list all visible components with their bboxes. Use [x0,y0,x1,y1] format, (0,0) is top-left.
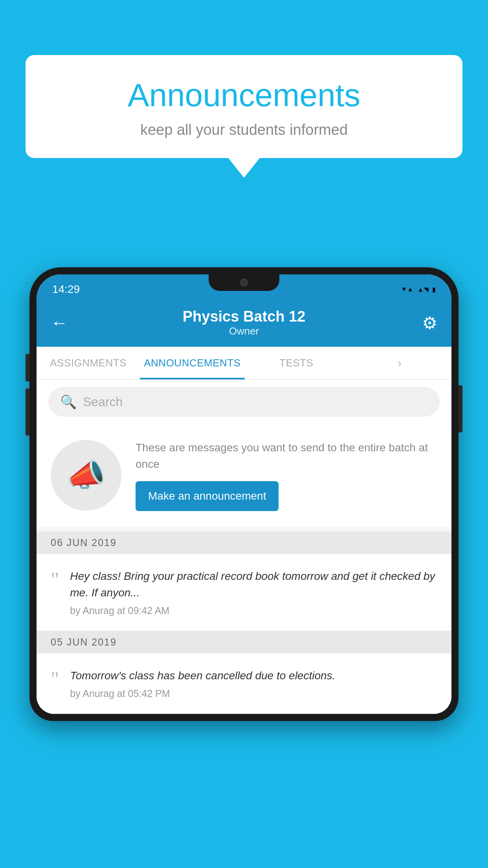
quote-icon-2: " [51,669,59,690]
search-bar[interactable]: 🔍 Search [48,387,440,417]
speech-bubble-card: Announcements keep all your students inf… [26,55,462,158]
tab-announcements[interactable]: ANNOUNCEMENTS [140,347,244,379]
announcement-author-2: by Anurag at 05:42 PM [70,688,437,699]
announcement-item-2[interactable]: " Tomorrow's class has been cancelled du… [37,653,451,714]
app-bar-center: Physics Batch 12 Owner [74,308,414,337]
batch-title: Physics Batch 12 [74,308,414,325]
phone-body: 14:29 ▼▲ ▲◥ ▮ ← Physics Batch 12 Owner ⚙… [29,267,459,721]
batch-subtitle: Owner [74,325,414,337]
content-area: 🔍 Search 📣 These are messages you want t… [37,380,451,714]
announcement-empty-state: 📣 These are messages you want to send to… [37,424,451,527]
search-placeholder: Search [83,395,123,409]
announcement-text-1: Hey class! Bring your practical record b… [70,568,437,601]
phone-left-buttons [26,354,29,436]
date-separator-2: 05 JUN 2019 [37,631,451,653]
phone-container: 14:29 ▼▲ ▲◥ ▮ ← Physics Batch 12 Owner ⚙… [29,267,459,868]
speech-bubble-title: Announcements [49,77,439,114]
announcement-item-1[interactable]: " Hey class! Bring your practical record… [37,554,451,631]
power-button[interactable] [459,385,462,432]
date-separator-1: 06 JUN 2019 [37,531,451,554]
search-bar-container: 🔍 Search [37,380,451,424]
settings-button[interactable]: ⚙ [414,313,437,333]
speech-bubble-subtitle: keep all your students informed [49,121,439,138]
announcement-content-1: Hey class! Bring your practical record b… [70,568,437,616]
announcement-text-2: Tomorrow's class has been cancelled due … [70,668,437,684]
tab-assignments[interactable]: ASSIGNMENTS [37,347,140,379]
status-time: 14:29 [52,283,80,296]
speech-bubble-section: Announcements keep all your students inf… [26,55,462,178]
announcement-author-1: by Anurag at 09:42 AM [70,605,437,616]
volume-up-button[interactable] [26,354,29,381]
quote-icon-1: " [51,570,59,590]
tabs-bar: ASSIGNMENTS ANNOUNCEMENTS TESTS › [37,347,451,380]
battery-icon: ▮ [432,286,436,293]
tab-more[interactable]: › [348,347,451,379]
phone-screen: 14:29 ▼▲ ▲◥ ▮ ← Physics Batch 12 Owner ⚙… [37,274,451,714]
announcement-empty-right: These are messages you want to send to t… [136,440,437,511]
megaphone-icon: 📣 [66,457,106,494]
phone-camera [240,279,248,287]
announcement-empty-description: These are messages you want to send to t… [136,440,437,473]
wifi-icon: ▼▲ [401,286,413,293]
phone-right-buttons [459,385,462,432]
announcement-content-2: Tomorrow's class has been cancelled due … [70,668,437,699]
make-announcement-button[interactable]: Make an announcement [136,481,279,511]
status-icons: ▼▲ ▲◥ ▮ [401,286,436,293]
announcement-icon-circle: 📣 [51,440,121,511]
phone-notch [209,274,279,291]
back-button[interactable]: ← [51,313,74,333]
app-bar: ← Physics Batch 12 Owner ⚙ [37,300,451,347]
tab-tests[interactable]: TESTS [245,347,348,379]
signal-icon: ▲◥ [417,286,428,293]
search-icon: 🔍 [60,394,77,410]
speech-bubble-arrow [228,158,260,178]
volume-down-button[interactable] [26,388,29,436]
